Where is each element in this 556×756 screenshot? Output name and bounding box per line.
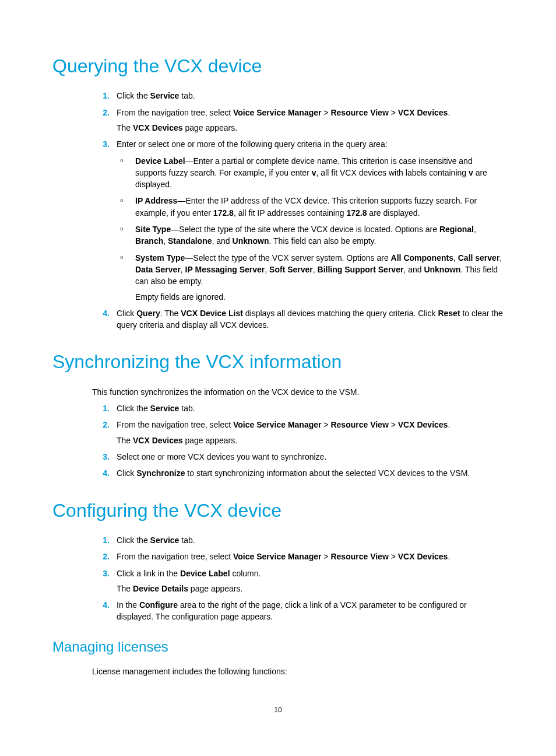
steps-configuring: Click the Service tab.From the navigatio… — [92, 534, 504, 623]
step-text: The VCX Devices page appears. — [117, 122, 504, 134]
step-text: Select one or more VCX devices you want … — [117, 451, 504, 463]
section-synchronizing-body: This function synchronizes the informati… — [92, 386, 504, 480]
heading-synchronizing: Synchronizing the VCX information — [52, 348, 504, 375]
heading-querying: Querying the VCX device — [52, 52, 504, 79]
intro-licenses: License management includes the followin… — [92, 666, 504, 677]
step-item: Click the Service tab. — [92, 534, 504, 546]
substep-text: Site Type—Select the type of the site wh… — [135, 223, 504, 247]
step-item: Click a link in the Device Label column.… — [92, 568, 504, 595]
page-number: 10 — [52, 705, 504, 715]
substep-item: System Type—Select the type of the VCX s… — [117, 252, 504, 303]
step-text: Click the Service tab. — [117, 402, 504, 414]
step-text: Click Synchronize to start synchronizing… — [117, 467, 504, 479]
substep-text: IP Address—Enter the IP address of the V… — [135, 195, 504, 219]
step-text: In the Configure area to the right of th… — [117, 599, 504, 623]
step-text: The VCX Devices page appears. — [117, 435, 504, 446]
substep-text: System Type—Select the type of the VCX s… — [135, 252, 504, 288]
step-item: Click Query. The VCX Device List display… — [92, 307, 504, 331]
step-text: Enter or select one or more of the follo… — [117, 138, 504, 150]
substep-item: Device Label—Enter a partial or complete… — [117, 155, 504, 191]
step-text: From the navigation tree, select Voice S… — [117, 107, 504, 118]
heading-licenses: Managing licenses — [52, 637, 504, 657]
step-text: Click Query. The VCX Device List display… — [117, 307, 504, 331]
step-item: Click the Service tab. — [92, 402, 504, 414]
step-item: From the navigation tree, select Voice S… — [92, 107, 504, 134]
steps-querying: Click the Service tab.From the navigatio… — [92, 90, 504, 331]
step-item: Click the Service tab. — [92, 90, 504, 102]
substep-list: Device Label—Enter a partial or complete… — [117, 155, 504, 303]
step-item: In the Configure area to the right of th… — [92, 599, 504, 623]
intro-synchronizing: This function synchronizes the informati… — [92, 386, 504, 398]
substep-text: Device Label—Enter a partial or complete… — [135, 155, 504, 191]
step-text: Click the Service tab. — [117, 90, 504, 102]
section-configuring-body: Click the Service tab.From the navigatio… — [92, 534, 504, 623]
heading-configuring: Configuring the VCX device — [52, 497, 504, 524]
section-querying-body: Click the Service tab.From the navigatio… — [92, 90, 504, 331]
step-item: From the navigation tree, select Voice S… — [92, 419, 504, 446]
step-item: Enter or select one or more of the follo… — [92, 138, 504, 303]
step-item: Select one or more VCX devices you want … — [92, 451, 504, 463]
step-text: Click the Service tab. — [117, 534, 504, 546]
steps-synchronizing: Click the Service tab.From the navigatio… — [92, 402, 504, 479]
substep-item: IP Address—Enter the IP address of the V… — [117, 195, 504, 219]
substep-item: Site Type—Select the type of the site wh… — [117, 223, 504, 247]
step-item: From the navigation tree, select Voice S… — [92, 551, 504, 562]
section-licenses-body: License management includes the followin… — [92, 666, 504, 677]
substep-text: Empty fields are ignored. — [135, 291, 504, 303]
step-item: Click Synchronize to start synchronizing… — [92, 467, 504, 479]
step-text: The Device Details page appears. — [117, 583, 504, 594]
step-text: From the navigation tree, select Voice S… — [117, 551, 504, 562]
step-text: From the navigation tree, select Voice S… — [117, 419, 504, 430]
step-text: Click a link in the Device Label column. — [117, 568, 504, 579]
